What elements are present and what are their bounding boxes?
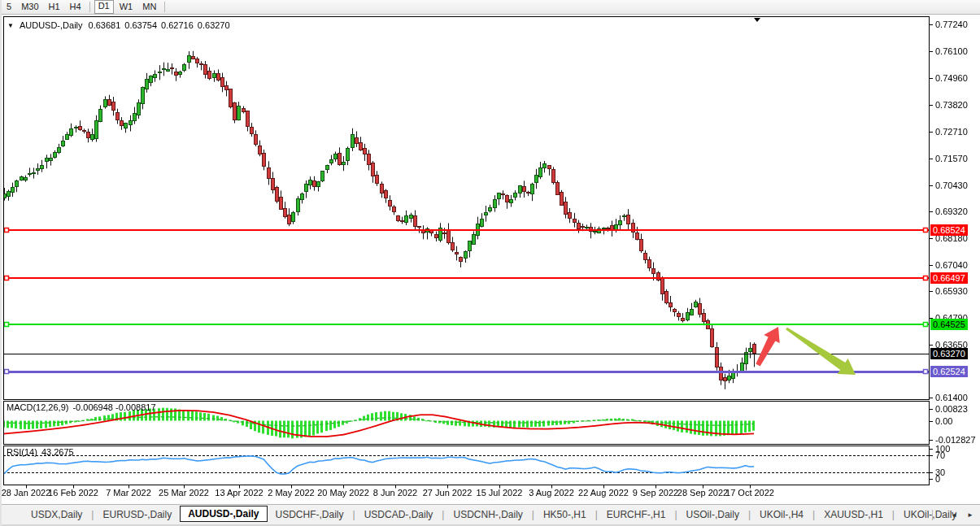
rsi-tick-label: 0 <box>935 474 940 484</box>
date-tick-label: 27 Jun 2022 <box>423 488 473 498</box>
toolbar-separator <box>89 2 90 12</box>
price-tick-label: 0.65930 <box>935 286 968 296</box>
tab-usdcnh-daily[interactable]: USDCNH-,Daily <box>445 506 530 523</box>
ohlc-high: 0.63754 <box>124 20 157 30</box>
date-tick-label: 7 Mar 2022 <box>106 488 151 498</box>
tab-ukoil-h4[interactable]: UKOil-,H4 <box>751 506 812 523</box>
rsi-indicator-value: 43.2675 <box>41 447 74 457</box>
price-tick-label: 0.76100 <box>935 46 968 56</box>
price-tick-label: 0.67040 <box>935 260 968 270</box>
tab-nav: ◄► <box>932 510 973 520</box>
macd-tick-label: 0.00823 <box>935 404 968 414</box>
tab-usoil-daily[interactable]: USOil-,Daily <box>678 506 747 523</box>
tab-eurusd-daily[interactable]: EURUSD-,Daily <box>94 506 180 523</box>
tab-usdcad-daily[interactable]: USDCAD-,Daily <box>356 506 442 523</box>
date-tick-label: 16 Feb 2022 <box>48 488 98 498</box>
price-tick-label: 0.71570 <box>935 154 968 163</box>
timeframe-button-D1[interactable]: D1 <box>94 0 114 14</box>
macd-header: MACD(12,26,9) -0.006948 -0.008817 <box>7 402 156 412</box>
timeframe-button-M30[interactable]: M30 <box>17 1 42 13</box>
tab-usdchf-daily[interactable]: USDCHF-,Daily <box>268 506 352 523</box>
macd-indicator-values: -0.006948 -0.008817 <box>72 402 155 412</box>
date-tick-label: 28 Sep 2022 <box>677 488 728 498</box>
symbol-dropdown-icon[interactable]: ▼ <box>7 21 14 30</box>
toolbar-separator <box>164 2 165 12</box>
date-tick-label: 3 Aug 2022 <box>529 488 574 498</box>
chart-canvas[interactable] <box>2 0 980 526</box>
timeframe-toolbar: 5M30H1H4D1W1MN <box>2 0 980 15</box>
price-tick-label: 0.61400 <box>935 393 968 402</box>
symbol-tabbar: USDX,Daily|EURUSD-,DailyAUDUSD-,DailyUSD… <box>2 504 980 524</box>
price-tick-label: 0.77240 <box>935 20 968 29</box>
date-tick-label: 22 Aug 2022 <box>578 488 629 498</box>
tab-xauusd-h1[interactable]: XAUUSD-,H1 <box>816 506 891 523</box>
price-tick-label: 0.72710 <box>935 127 968 137</box>
chart-symbol: AUDUSD-,Daily <box>20 20 83 30</box>
date-tick-label: 17 Oct 2022 <box>725 488 774 498</box>
date-tick-label: 8 Jun 2022 <box>373 488 417 498</box>
timeframe-button-W1[interactable]: W1 <box>115 1 137 13</box>
price-tick-label: 0.74960 <box>935 73 968 83</box>
date-tick-label: 20 May 2022 <box>317 488 369 498</box>
tab-audusd-daily[interactable]: AUDUSD-,Daily <box>180 506 267 522</box>
tab-scroll-left-icon[interactable]: ◄ <box>951 511 957 519</box>
price-tick-label: 0.73820 <box>935 100 968 110</box>
date-tick-label: 2 May 2022 <box>268 488 314 498</box>
ohlc-open: 0.63681 <box>89 20 121 30</box>
rsi-tick-label: 70 <box>935 450 945 460</box>
chart-title: ▼ AUDUSD-,Daily 0.63681 0.63754 0.62716 … <box>7 20 230 30</box>
price-badge-0.64525: 0.64525 <box>930 319 968 330</box>
ohlc-close: 0.63270 <box>198 20 230 30</box>
mt4-window: 5M30H1H4D1W1MN ▼ AUDUSD-,Daily 0.63681 0… <box>0 0 980 526</box>
date-tick-label: 25 Mar 2022 <box>159 488 209 498</box>
macd-indicator-label: MACD(12,26,9) <box>7 402 68 412</box>
rsi-indicator-label: RSI(14) <box>7 447 37 457</box>
timeframe-button-H4[interactable]: H4 <box>66 1 85 13</box>
price-tick-label: 0.69320 <box>935 206 968 216</box>
price-badge-0.63270: 0.63270 <box>930 348 968 359</box>
price-badge-0.66497: 0.66497 <box>930 272 968 284</box>
price-tick-label: 0.70430 <box>935 180 968 190</box>
macd-tick-label: 0.00 <box>935 416 952 426</box>
date-tick-label: 9 Sep 2022 <box>633 488 678 498</box>
tab-scroll-right-icon[interactable]: ► <box>967 511 973 519</box>
tab-usdx-daily[interactable]: USDX,Daily <box>23 506 90 523</box>
price-badge-0.62524: 0.62524 <box>930 366 968 377</box>
date-tick-label: 15 Jul 2022 <box>477 488 523 498</box>
rsi-header: RSI(14) 43.2675 <box>7 447 74 457</box>
timeframe-button-H1[interactable]: H1 <box>45 1 64 13</box>
date-tick-label: 28 Jan 2022 <box>2 488 51 498</box>
date-tick-label: 13 Apr 2022 <box>215 488 263 498</box>
timeframe-button-MN[interactable]: MN <box>138 1 160 13</box>
tab-hk50-h1[interactable]: HK50-,H1 <box>535 506 595 523</box>
timeframe-button-5[interactable]: 5 <box>2 1 15 13</box>
price-badge-0.68524: 0.68524 <box>930 224 968 236</box>
ohlc-low: 0.62716 <box>161 20 194 30</box>
tab-nav-divider <box>932 510 933 520</box>
tab-eurchf-h1[interactable]: EURCHF-,H1 <box>599 506 674 523</box>
